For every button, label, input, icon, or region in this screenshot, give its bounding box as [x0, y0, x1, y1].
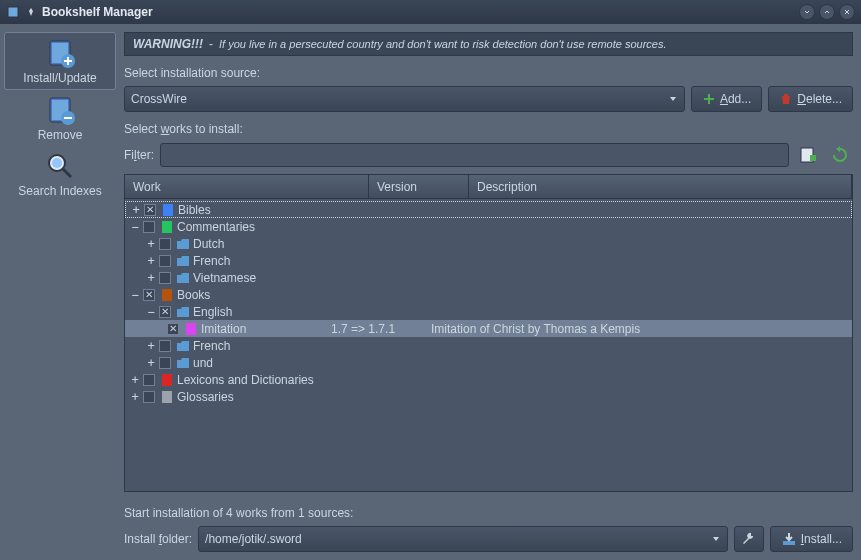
tree-label: und — [193, 356, 213, 370]
tree-row-french[interactable]: + French — [125, 252, 852, 269]
bible-icon — [161, 203, 175, 217]
checkbox[interactable] — [159, 272, 171, 284]
folder-icon — [176, 237, 190, 251]
tree-header: Work Version Description — [125, 175, 852, 199]
sidebar-label: Remove — [38, 128, 83, 142]
chevron-down-icon — [711, 534, 721, 544]
col-version[interactable]: Version — [369, 175, 469, 198]
tree-label: Commentaries — [177, 220, 255, 234]
glossary-icon — [160, 390, 174, 404]
search-indexes-icon — [44, 150, 76, 182]
tree-row-english[interactable]: − ✕ English — [125, 303, 852, 320]
tree-row-french-books[interactable]: + French — [125, 337, 852, 354]
col-work[interactable]: Work — [125, 175, 369, 198]
folder-icon — [176, 356, 190, 370]
checkbox[interactable]: ✕ — [167, 323, 179, 335]
expander-icon[interactable]: − — [129, 288, 141, 302]
tree-body[interactable]: + ✕ Bibles − Commentaries + — [125, 199, 852, 491]
trash-icon — [779, 92, 793, 106]
lexicon-icon — [160, 373, 174, 387]
install-folder-label: Install folder: — [124, 532, 192, 546]
pin-icon[interactable] — [24, 5, 38, 19]
tree-row-imitation[interactable]: ✕ Imitation 1.7 => 1.7.1 Imitation of Ch… — [125, 320, 852, 337]
sidebar: Install/Update Remove Search Indexes — [4, 28, 116, 556]
expander-icon[interactable]: + — [145, 339, 157, 353]
tree-row-und[interactable]: + und — [125, 354, 852, 371]
checkbox[interactable] — [159, 357, 171, 369]
expander-icon[interactable]: + — [145, 356, 157, 370]
refresh-button[interactable] — [827, 142, 853, 168]
tree-label: French — [193, 339, 230, 353]
folder-icon — [176, 271, 190, 285]
tree-label: Lexicons and Dictionaries — [177, 373, 314, 387]
tree-row-bibles[interactable]: + ✕ Bibles — [125, 201, 852, 218]
tree-label: English — [193, 305, 232, 319]
folder-icon — [176, 254, 190, 268]
maximize-button[interactable] — [819, 4, 835, 20]
tree-row-commentaries[interactable]: − Commentaries — [125, 218, 852, 235]
source-row: CrossWire Add... Delete... — [124, 86, 853, 112]
content: Install/Update Remove Search Indexes WAR… — [0, 24, 861, 560]
checkbox[interactable] — [143, 221, 155, 233]
svg-rect-10 — [810, 155, 816, 161]
expander-icon[interactable]: − — [129, 220, 141, 234]
sidebar-item-remove[interactable]: Remove — [4, 90, 116, 146]
tree-row-glossaries[interactable]: + Glossaries — [125, 388, 852, 405]
filter-input[interactable] — [160, 143, 789, 167]
source-select[interactable]: CrossWire — [124, 86, 685, 112]
checkbox[interactable]: ✕ — [143, 289, 155, 301]
svg-rect-17 — [783, 541, 795, 545]
expander-icon[interactable]: + — [145, 254, 157, 268]
expander-icon[interactable]: + — [145, 271, 157, 285]
expander-icon[interactable]: + — [130, 203, 142, 217]
filter-settings-button[interactable] — [795, 142, 821, 168]
warning-title: WARNING!!! — [133, 37, 203, 51]
svg-rect-15 — [162, 374, 172, 386]
svg-rect-12 — [162, 221, 172, 233]
configure-folder-button[interactable] — [734, 526, 764, 552]
expander-icon[interactable]: + — [129, 373, 141, 387]
minimize-button[interactable] — [799, 4, 815, 20]
works-tree: Work Version Description + ✕ Bibles − — [124, 174, 853, 492]
col-description[interactable]: Description — [469, 175, 852, 198]
expander-icon[interactable]: − — [145, 305, 157, 319]
sidebar-label: Install/Update — [23, 71, 96, 85]
expander-icon[interactable]: + — [129, 390, 141, 404]
books-icon — [160, 288, 174, 302]
remove-icon — [44, 94, 76, 126]
svg-point-8 — [52, 158, 62, 168]
source-value: CrossWire — [131, 92, 187, 106]
plus-icon — [702, 92, 716, 106]
chevron-down-icon — [668, 94, 678, 104]
checkbox[interactable] — [159, 238, 171, 250]
checkbox[interactable] — [143, 374, 155, 386]
folder-icon — [176, 305, 190, 319]
tree-label: Bibles — [178, 203, 211, 217]
sidebar-item-search-indexes[interactable]: Search Indexes — [4, 146, 116, 202]
sidebar-item-install-update[interactable]: Install/Update — [4, 32, 116, 90]
checkbox[interactable]: ✕ — [144, 204, 156, 216]
tree-row-dutch[interactable]: + Dutch — [125, 235, 852, 252]
delete-label: Delete... — [797, 92, 842, 106]
install-folder-select[interactable]: /home/jotik/.sword — [198, 526, 728, 552]
add-button[interactable]: Add... — [691, 86, 762, 112]
delete-button[interactable]: Delete... — [768, 86, 853, 112]
window-title: Bookshelf Manager — [42, 5, 799, 19]
svg-rect-13 — [162, 289, 172, 301]
install-row: Install folder: /home/jotik/.sword Insta… — [124, 526, 853, 552]
close-button[interactable] — [839, 4, 855, 20]
checkbox[interactable] — [159, 255, 171, 267]
tree-row-vietnamese[interactable]: + Vietnamese — [125, 269, 852, 286]
tree-label: Glossaries — [177, 390, 234, 404]
tree-label: Books — [177, 288, 210, 302]
install-button[interactable]: Install... — [770, 526, 853, 552]
checkbox[interactable] — [159, 340, 171, 352]
add-label: Add... — [720, 92, 751, 106]
checkbox[interactable]: ✕ — [159, 306, 171, 318]
tree-row-lexicons[interactable]: + Lexicons and Dictionaries — [125, 371, 852, 388]
expander-icon[interactable]: + — [145, 237, 157, 251]
install-icon — [781, 531, 797, 547]
description-cell: Imitation of Christ by Thomas a Kempis — [431, 322, 640, 336]
tree-row-books[interactable]: − ✕ Books — [125, 286, 852, 303]
checkbox[interactable] — [143, 391, 155, 403]
